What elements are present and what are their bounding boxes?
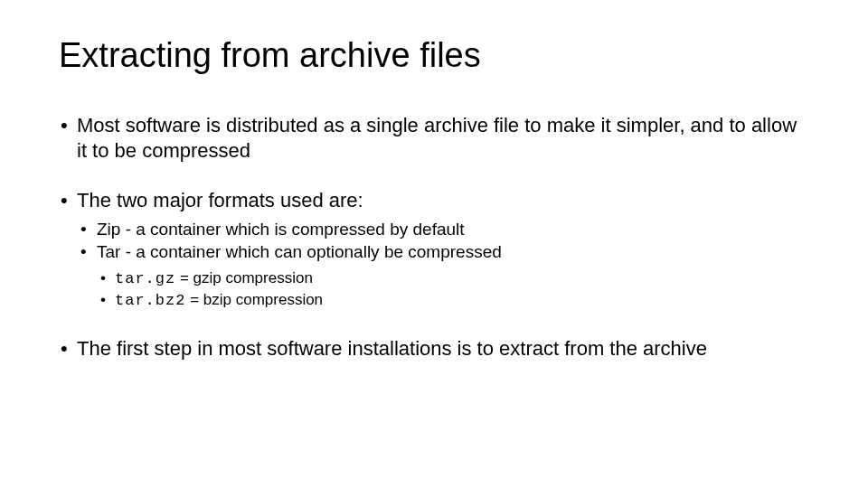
code-text: tar.gz [115, 270, 175, 287]
bullet-level1: The two major formats used are: [59, 188, 809, 213]
bullet-level2: Zip - a container which is compressed by… [79, 219, 809, 240]
code-text: tar.bz2 [115, 292, 185, 309]
slide-title: Extracting from archive files [59, 36, 809, 75]
bullet-text: = bzip compression [185, 291, 323, 308]
bullet-text: = gzip compression [175, 269, 313, 286]
bullet-level1: The first step in most software installa… [59, 336, 809, 361]
bullet-level3: tar.bz2 = bzip compression [99, 290, 809, 311]
bullet-level3: tar.gz = gzip compression [99, 268, 809, 289]
bullet-level1: Most software is distributed as a single… [59, 113, 809, 163]
bullet-level2: Tar - a container which can optionally b… [79, 241, 809, 263]
